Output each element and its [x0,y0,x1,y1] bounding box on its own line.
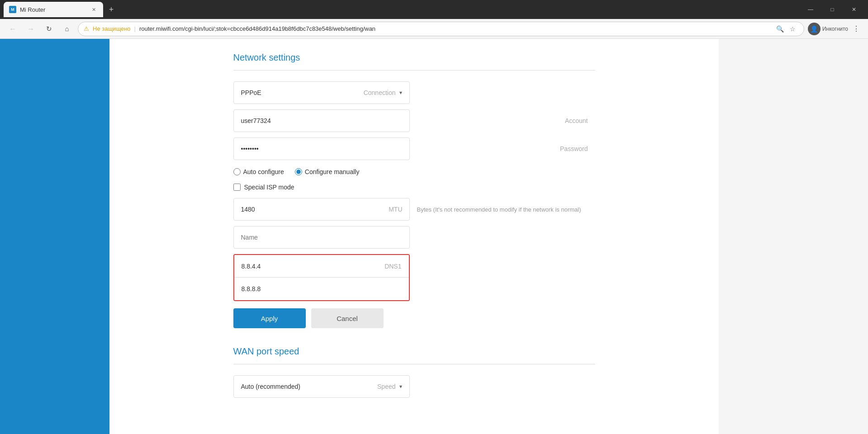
connection-label: Connection ▾ [364,89,402,96]
dns-container: DNS1 [233,254,410,301]
dns2-input[interactable] [234,278,409,300]
url-separator: | [134,25,136,32]
mtu-field: MTU [233,198,410,221]
active-tab[interactable]: M Mi Router ✕ [4,2,103,17]
password-input[interactable] [233,137,410,160]
connection-dropdown[interactable]: PPPoE Connection ▾ [233,81,410,104]
close-icon: ✕ [852,6,856,13]
dns1-field: DNS1 [234,255,409,278]
back-button[interactable]: ← [5,22,20,36]
speed-dropdown-arrow-icon: ▾ [399,383,402,390]
home-button[interactable]: ⌂ [60,22,74,36]
left-sidebar [0,39,109,434]
account-field: Account [233,109,595,132]
tab-favicon: M [9,6,16,13]
minimize-icon: — [808,6,813,13]
dns2-field [234,278,409,300]
maximize-icon: □ [830,6,834,13]
action-buttons: Apply Cancel [233,308,595,328]
browser-menu-button[interactable]: ⋮ [850,23,863,35]
password-field: Password [233,137,595,160]
minimize-button[interactable]: — [800,2,821,17]
mtu-note: Bytes (It's not recommended to modify if… [417,206,581,213]
browser-chrome: M Mi Router ✕ + — □ ✕ [0,0,868,19]
name-input[interactable] [233,226,410,249]
window-controls: — □ ✕ [800,2,864,17]
isp-checkbox[interactable] [233,184,241,191]
account-input[interactable] [233,109,410,132]
navigation-bar: ← → ↻ ⌂ ⚠ Не защищено | router.miwifi.co… [0,19,868,39]
home-icon: ⌂ [65,25,69,33]
configure-radio-group: Auto configure Configure manually [233,165,595,178]
auto-configure-label[interactable]: Auto configure [233,168,284,175]
apply-button[interactable]: Apply [233,308,306,328]
security-warning-icon: ⚠ [84,25,89,32]
mtu-row: MTU Bytes (It's not recommended to modif… [233,198,595,221]
forward-icon: → [28,25,34,33]
name-field-wrapper [233,226,595,249]
cancel-button[interactable]: Cancel [311,308,384,328]
wan-section-divider [233,364,595,364]
dropdown-arrow-icon: ▾ [399,90,402,96]
tab-bar: M Mi Router ✕ + [4,2,797,17]
manual-configure-radio[interactable] [295,168,302,175]
profile-avatar: 👤 [810,25,818,33]
form-container: Network settings PPPoE Connection ▾ Acco… [233,52,595,398]
isp-checkbox-label: Special ISP mode [244,184,294,191]
main-area: Network settings PPPoE Connection ▾ Acco… [109,39,719,434]
tab-close-button[interactable]: ✕ [90,5,98,14]
incognito-label: Инкогнито [822,26,848,32]
auto-configure-radio[interactable] [233,168,241,175]
profile-button[interactable]: 👤 [808,23,821,35]
back-icon: ← [9,25,16,33]
nav-right-controls: 👤 Инкогнито ⋮ [808,23,863,35]
tab-title: Mi Router [20,6,86,13]
speed-value: Auto (recommended) [241,383,301,390]
new-tab-button[interactable]: + [105,3,118,16]
refresh-icon: ↻ [46,25,52,33]
search-icon[interactable]: 🔍 [775,24,786,34]
speed-label-group: Speed ▾ [377,383,402,390]
right-panel [719,39,868,434]
close-button[interactable]: ✕ [844,2,864,17]
bookmark-icon[interactable]: ☆ [787,24,798,34]
isp-checkbox-group: Special ISP mode [233,184,595,191]
mtu-input[interactable] [233,198,410,221]
manual-configure-label[interactable]: Configure manually [295,168,360,175]
address-bar[interactable]: ⚠ Не защищено | router.miwifi.com/cgi-bi… [78,22,804,36]
forward-button[interactable]: → [24,22,38,36]
page-content: Network settings PPPoE Connection ▾ Acco… [0,39,868,434]
url-text: router.miwifi.com/cgi-bin/luci/;stok=cbc… [139,25,771,32]
auto-configure-text: Auto configure [243,168,284,175]
wan-port-speed-title: WAN port speed [233,346,595,357]
wan-port-speed-section: WAN port speed Auto (recommended) Speed … [233,346,595,398]
speed-dropdown[interactable]: Auto (recommended) Speed ▾ [233,375,410,398]
url-warning-text: Не защищено [93,25,131,32]
connection-value: PPPoE [241,89,261,96]
manual-configure-text: Configure manually [305,168,360,175]
address-right-icons: 🔍 ☆ [775,24,798,34]
network-settings-title: Network settings [233,52,595,63]
password-label: Password [560,145,588,152]
maximize-button[interactable]: □ [822,2,843,17]
section-divider [233,70,595,71]
dns1-input[interactable] [234,255,409,278]
refresh-button[interactable]: ↻ [42,22,56,36]
account-label: Account [565,117,588,124]
